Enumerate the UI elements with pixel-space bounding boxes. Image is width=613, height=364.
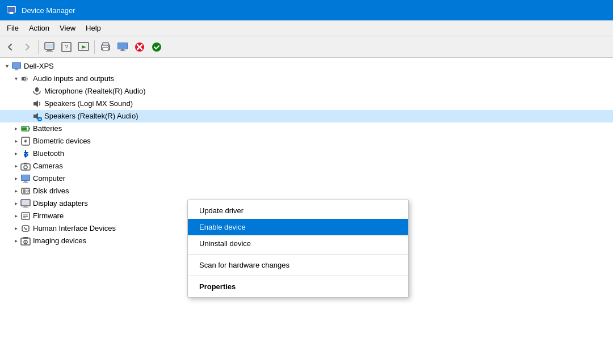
svg-rect-19 bbox=[120, 50, 125, 51]
expand-imaging[interactable] bbox=[11, 236, 20, 246]
properties-button[interactable] bbox=[41, 39, 57, 55]
disk-label: Disk drives bbox=[33, 185, 69, 197]
menu-bar: File Action View Help bbox=[0, 20, 613, 36]
svg-rect-18 bbox=[121, 49, 124, 50]
tree-item-cameras[interactable]: Cameras bbox=[0, 160, 613, 172]
expand-disk[interactable] bbox=[11, 187, 20, 196]
svg-rect-25 bbox=[12, 63, 20, 68]
svg-rect-5 bbox=[46, 44, 53, 48]
expand-root[interactable] bbox=[2, 62, 11, 71]
biometric-icon bbox=[20, 136, 31, 146]
monitor-button[interactable] bbox=[115, 39, 131, 55]
mic-icon bbox=[32, 86, 42, 96]
forward-button[interactable] bbox=[19, 39, 35, 55]
expand-display[interactable] bbox=[11, 199, 20, 208]
svg-text:?: ? bbox=[65, 44, 68, 50]
expand-speakers-realtek bbox=[23, 112, 32, 121]
ctx-enable-device[interactable]: Enable device bbox=[188, 219, 408, 235]
tree-item-bluetooth[interactable]: Bluetooth bbox=[0, 147, 613, 160]
svg-rect-60 bbox=[25, 228, 27, 230]
svg-rect-17 bbox=[118, 43, 127, 49]
audio-icon bbox=[20, 74, 31, 84]
tree-item-root[interactable]: Dell-XPS bbox=[0, 60, 613, 73]
menu-view[interactable]: View bbox=[55, 22, 80, 34]
svg-rect-53 bbox=[23, 207, 28, 208]
svg-rect-28 bbox=[22, 77, 24, 81]
toolbar: ? bbox=[0, 36, 613, 58]
speaker-logi-icon bbox=[32, 99, 42, 109]
menu-file[interactable]: File bbox=[2, 22, 23, 34]
svg-marker-32 bbox=[33, 113, 38, 120]
svg-point-15 bbox=[108, 46, 109, 47]
window-title: Device Manager bbox=[22, 6, 75, 15]
svg-rect-2 bbox=[10, 12, 13, 14]
expand-batteries[interactable] bbox=[11, 124, 20, 133]
remove-device-button[interactable] bbox=[132, 39, 148, 55]
back-button[interactable] bbox=[2, 39, 18, 55]
expand-computer[interactable] bbox=[11, 174, 20, 183]
expand-mic bbox=[23, 87, 32, 96]
svg-rect-62 bbox=[23, 237, 28, 239]
batteries-label: Batteries bbox=[33, 122, 62, 135]
ctx-properties[interactable]: Properties bbox=[188, 278, 408, 295]
tree-item-disk[interactable]: Disk drives bbox=[0, 185, 613, 197]
tree-item-batteries[interactable]: Batteries bbox=[0, 122, 613, 135]
run-scan-button[interactable] bbox=[75, 39, 91, 55]
hid-label: Human Interface Devices bbox=[33, 222, 116, 235]
svg-rect-27 bbox=[14, 70, 19, 70]
computer-icon bbox=[11, 61, 22, 71]
svg-rect-48 bbox=[23, 189, 26, 193]
biometric-label: Biometric devices bbox=[33, 135, 91, 147]
svg-rect-42 bbox=[24, 163, 27, 164]
firmware-icon bbox=[20, 211, 31, 221]
update-driver-button[interactable]: ? bbox=[58, 39, 74, 55]
svg-rect-1 bbox=[7, 7, 15, 12]
cameras-label: Cameras bbox=[33, 160, 63, 172]
menu-action[interactable]: Action bbox=[24, 22, 54, 34]
ctx-uninstall-device[interactable]: Uninstall device bbox=[188, 235, 408, 252]
menu-help[interactable]: Help bbox=[81, 22, 106, 34]
title-bar: Device Manager bbox=[0, 0, 613, 20]
tree-item-speakers-logi[interactable]: Speakers (Logi MX Sound) bbox=[0, 98, 613, 110]
ctx-separator-1 bbox=[188, 254, 408, 255]
svg-point-41 bbox=[24, 166, 27, 169]
hid-icon bbox=[20, 223, 31, 234]
svg-point-23 bbox=[152, 43, 161, 52]
svg-rect-44 bbox=[22, 175, 30, 180]
expand-firmware[interactable] bbox=[11, 211, 20, 221]
main-content: Dell-XPS Audio inputs and outputs bbox=[0, 58, 613, 364]
tree-item-speakers-realtek[interactable]: Speakers (Realtek(R) Audio) bbox=[0, 110, 613, 122]
svg-rect-7 bbox=[46, 51, 53, 52]
svg-rect-29 bbox=[35, 87, 39, 92]
ctx-scan-changes[interactable]: Scan for hardware changes bbox=[188, 257, 408, 273]
svg-rect-14 bbox=[103, 48, 108, 50]
svg-rect-13 bbox=[103, 43, 108, 45]
expand-bluetooth[interactable] bbox=[11, 149, 20, 158]
imaging-label: Imaging devices bbox=[33, 235, 86, 247]
root-label: Dell-XPS bbox=[24, 60, 54, 73]
print-button[interactable] bbox=[98, 39, 114, 55]
svg-point-49 bbox=[27, 190, 29, 192]
computer-item-icon bbox=[20, 173, 31, 184]
svg-rect-37 bbox=[29, 128, 30, 130]
expand-cameras[interactable] bbox=[11, 162, 20, 171]
svg-marker-11 bbox=[82, 45, 86, 49]
scan-hardware-button[interactable] bbox=[149, 39, 165, 55]
tree-item-biometric[interactable]: Biometric devices bbox=[0, 135, 613, 147]
bluetooth-label: Bluetooth bbox=[33, 147, 64, 160]
tree-item-audio[interactable]: Audio inputs and outputs bbox=[0, 73, 613, 85]
tree-item-computer[interactable]: Computer bbox=[0, 172, 613, 185]
disk-icon bbox=[20, 186, 31, 196]
audio-label: Audio inputs and outputs bbox=[33, 73, 114, 85]
computer-label: Computer bbox=[33, 172, 65, 185]
ctx-update-driver[interactable]: Update driver bbox=[188, 202, 408, 219]
context-menu: Update driver Enable device Uninstall de… bbox=[187, 200, 409, 298]
expand-speakers-logi bbox=[23, 99, 32, 108]
svg-rect-46 bbox=[23, 182, 28, 183]
expand-hid[interactable] bbox=[11, 224, 20, 233]
svg-rect-36 bbox=[22, 128, 27, 130]
tree-item-mic[interactable]: Microphone (Realtek(R) Audio) bbox=[0, 85, 613, 98]
expand-audio[interactable] bbox=[11, 74, 20, 83]
expand-biometric[interactable] bbox=[11, 137, 20, 146]
display-icon bbox=[20, 198, 31, 209]
